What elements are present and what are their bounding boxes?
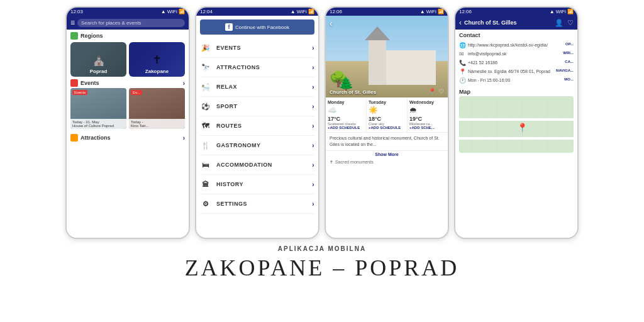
gastronomy-menu-arrow: › bbox=[312, 142, 314, 149]
attractions-menu-label: ATTRACTIONS bbox=[216, 64, 260, 70]
contact-row-address: 📍 Námestie sv. Egídia 46/74 058 01, Popr… bbox=[459, 67, 574, 76]
poprad-label: Poprad bbox=[70, 69, 126, 74]
menu-item-sport[interactable]: ⚽ SPORT › bbox=[200, 97, 314, 116]
events-menu-label: EVENTS bbox=[216, 45, 241, 51]
phone-1: 12:03 ▲ WiFi 📶 ≡ Search for places & eve… bbox=[65, 6, 190, 239]
map-road-horizontal-2 bbox=[459, 137, 574, 140]
events-icon bbox=[70, 79, 78, 87]
phone4-content: ‹ Church of St. Gilles 👤 ♡ Contact 🌐 htt… bbox=[455, 16, 577, 238]
poprad-coat: ⛪ bbox=[92, 53, 106, 67]
events-cards: Events Today - 31. May House of Culture … bbox=[67, 88, 189, 131]
sport-menu-label: SPORT bbox=[216, 103, 238, 109]
phone-action[interactable]: CA... bbox=[565, 60, 574, 64]
phone4-person-icon[interactable]: 👤 bbox=[555, 19, 564, 27]
menu-item-events[interactable]: 🎉 EVENTS › bbox=[200, 38, 314, 58]
menu-item-gastronomy[interactable]: 🍴 GASTRONOMY › bbox=[200, 136, 314, 155]
website-action[interactable]: OP... bbox=[565, 42, 574, 46]
zakopane-label: Zakopane bbox=[129, 69, 185, 74]
facebook-login-button[interactable]: f Continue with Facebook bbox=[200, 19, 314, 35]
settings-menu-icon: ⚙ bbox=[200, 198, 211, 209]
phone3-back-arrow[interactable]: ‹ bbox=[330, 18, 333, 28]
weather-temp-2: 18°C bbox=[369, 116, 405, 122]
email-address[interactable]: info@visitpoprad.sk bbox=[468, 51, 560, 57]
menu-item-attractions[interactable]: 🔭 ATTRACTIONS › bbox=[200, 58, 314, 77]
routes-menu-label: ROUTES bbox=[216, 123, 242, 129]
sport-menu-icon: ⚽ bbox=[200, 101, 211, 112]
events-arrow[interactable]: › bbox=[183, 80, 185, 87]
weather-icon-2: ☀️ bbox=[369, 106, 405, 114]
history-menu-label: HISTORY bbox=[216, 181, 243, 187]
sacred-monuments: ✝ Sacred monuments bbox=[326, 158, 448, 167]
menu-list: 🎉 EVENTS › 🔭 ATTRACTIONS › 🛀 RELAX › ⚽ S… bbox=[196, 38, 318, 214]
gastronomy-menu-icon: 🍴 bbox=[200, 140, 211, 151]
routes-menu-arrow: › bbox=[312, 123, 314, 130]
regions-header: Regions bbox=[67, 30, 189, 42]
website-url[interactable]: http://www.rkcpoprad.sk/kostol-sv-egidia… bbox=[468, 42, 563, 48]
phone4-title: Church of St. Gilles bbox=[464, 19, 552, 26]
add-sched-1[interactable]: +ADD SCHEDULE bbox=[328, 126, 364, 130]
map-title: Map bbox=[455, 87, 577, 96]
attractions-menu-icon: 🔭 bbox=[200, 62, 211, 73]
phone2-status-bar: 12:04 ▲ WiFi 📶 bbox=[196, 8, 318, 16]
hours-action[interactable]: MO... bbox=[564, 77, 574, 81]
search-placeholder: Search for places & events bbox=[81, 20, 142, 26]
address-icon: 📍 bbox=[459, 69, 465, 75]
hamburger-icon[interactable]: ≡ bbox=[70, 18, 75, 27]
church-favorite-icon[interactable]: ♡ bbox=[438, 88, 444, 95]
show-more-button[interactable]: Show More bbox=[326, 150, 448, 158]
hours-text: Mon - Fri 15:00-16:00 bbox=[468, 77, 562, 83]
contact-section: Contact 🌐 http://www.rkcpoprad.sk/kostol… bbox=[455, 30, 577, 87]
events-menu-arrow: › bbox=[312, 45, 314, 52]
menu-item-history[interactable]: 🏛 HISTORY › bbox=[200, 175, 314, 194]
map-location-pin[interactable]: 📍 bbox=[517, 123, 528, 133]
accommodation-menu-arrow: › bbox=[312, 162, 314, 169]
address-text: Námestie sv. Egídia 46/74 058 01, Poprad bbox=[468, 69, 553, 74]
church-location-icon[interactable]: 📍 bbox=[428, 88, 436, 95]
attractions-menu-arrow: › bbox=[312, 64, 314, 71]
phone1-content: ≡ Search for places & events Regions ⛪ P… bbox=[67, 16, 189, 238]
menu-item-routes[interactable]: 🗺 ROUTES › bbox=[200, 116, 314, 136]
sacred-icon: ✝ bbox=[330, 160, 333, 165]
email-action[interactable]: WRI... bbox=[563, 51, 574, 55]
attractions-arrow[interactable]: › bbox=[183, 135, 185, 142]
church-caption: Church of St. Gilles bbox=[330, 89, 376, 95]
accommodation-menu-label: ACCOMMODATION bbox=[216, 162, 272, 168]
attractions-header: Attractions › bbox=[67, 131, 189, 144]
phone4-back-arrow[interactable]: ‹ bbox=[459, 18, 462, 27]
phone4-heart-icon[interactable]: ♡ bbox=[567, 19, 574, 27]
attractions-icon bbox=[70, 134, 78, 142]
phone3-content: 🌳 🌲 ‹ Church of St. Gilles 📍 ♡ Monday ☁️… bbox=[326, 16, 448, 238]
phone1-signal: ▲ WiFi 📶 bbox=[161, 9, 185, 14]
phone4-signal: ▲ WiFi 📶 bbox=[550, 9, 574, 14]
region-zakopane[interactable]: ✝ Zakopane bbox=[129, 42, 185, 77]
email-icon: ✉ bbox=[459, 51, 465, 57]
menu-item-settings[interactable]: ⚙ SETTINGS › bbox=[200, 194, 314, 214]
address-action[interactable]: NAVIGA... bbox=[556, 69, 574, 72]
church-description: Precious cultural and historical monumen… bbox=[326, 133, 448, 150]
events-menu-icon: 🎉 bbox=[200, 42, 211, 53]
regions-grid: ⛪ Poprad ✝ Zakopane bbox=[67, 42, 189, 79]
event-card-2[interactable]: Ev... Today - Kino Tatr... bbox=[129, 88, 185, 129]
history-menu-icon: 🏛 bbox=[200, 179, 211, 190]
event-card-1[interactable]: Events Today - 31. May House of Culture … bbox=[70, 88, 126, 129]
menu-item-accommodation[interactable]: 🛏 ACCOMMODATION › bbox=[200, 155, 314, 175]
region-poprad[interactable]: ⛪ Poprad bbox=[70, 42, 126, 77]
weather-temp-1: 17°C bbox=[328, 116, 364, 122]
add-sched-3[interactable]: +ADD SCHE... bbox=[409, 126, 446, 130]
regions-icon bbox=[70, 32, 78, 40]
map-area[interactable]: 📍 bbox=[459, 96, 574, 153]
phone4-header-icons: 👤 ♡ bbox=[555, 19, 574, 27]
settings-menu-label: SETTINGS bbox=[216, 201, 247, 207]
contact-row-hours: 🕐 Mon - Fri 15:00-16:00 MO... bbox=[459, 76, 574, 85]
weather-icon-1: ☁️ bbox=[328, 106, 364, 114]
weather-day-2: Tuesday bbox=[369, 100, 405, 104]
menu-item-relax[interactable]: 🛀 RELAX › bbox=[200, 77, 314, 97]
phone-3: 12:06 ▲ WiFi 📶 🌳 🌲 ‹ Church of bbox=[325, 6, 449, 239]
church-action-icons: 📍 ♡ bbox=[428, 88, 444, 95]
phone-number[interactable]: +421 52 16186 bbox=[468, 60, 562, 65]
phone4-header: ‹ Church of St. Gilles 👤 ♡ bbox=[455, 16, 577, 30]
add-sched-2[interactable]: +ADD SCHEDULE bbox=[369, 126, 405, 130]
search-bar[interactable]: Search for places & events bbox=[77, 19, 185, 27]
weather-day-3: Wednesday bbox=[409, 100, 446, 104]
phone4-status-bar: 12:06 ▲ WiFi 📶 bbox=[455, 8, 577, 16]
